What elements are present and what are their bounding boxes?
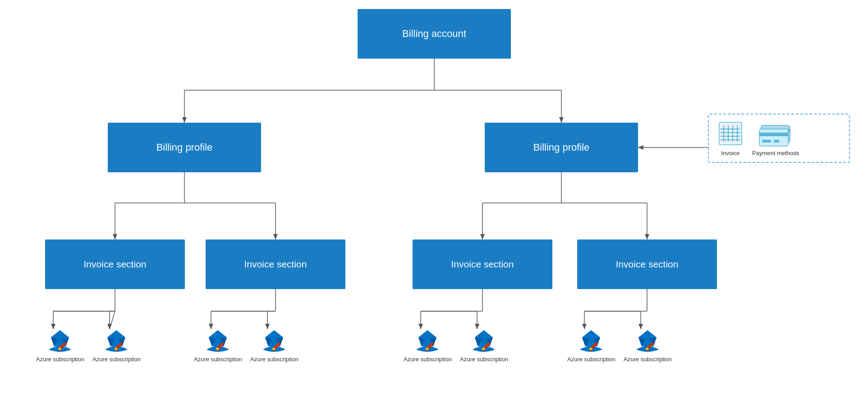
azure-icon-6 <box>468 329 500 354</box>
svg-marker-50 <box>582 324 587 329</box>
invoice-icon <box>717 120 744 147</box>
azure-icon-8 <box>632 329 663 354</box>
azure-sub-7-label: Azure subscription <box>567 356 615 363</box>
azure-sub-6: Azure subscription <box>460 329 508 363</box>
svg-marker-3 <box>182 117 187 123</box>
azure-sub-5: Azure subscription <box>404 329 452 363</box>
azure-sub-3: Azure subscription <box>194 329 242 363</box>
payment-methods-box: Invoice Payment methods <box>708 114 850 163</box>
azure-icon-3 <box>202 329 234 354</box>
billing-profile-right-label: Billing profile <box>533 142 590 153</box>
azure-sub-4-label: Azure subscription <box>250 356 299 363</box>
billing-profile-left-label: Billing profile <box>156 142 213 153</box>
svg-line-26 <box>110 311 115 329</box>
invoice-section-3-box: Invoice section <box>413 239 552 289</box>
azure-icon-7 <box>575 329 607 354</box>
invoice-payment-item: Invoice <box>717 120 744 156</box>
azure-icon-5 <box>412 329 443 354</box>
diagram-container: Billing account Billing profile Billing … <box>0 0 868 405</box>
azure-sub-2: Azure subscription <box>92 329 141 363</box>
payment-card-icon <box>758 124 794 147</box>
azure-sub-6-label: Azure subscription <box>460 356 508 363</box>
invoice-section-1-box: Invoice section <box>45 239 185 289</box>
svg-marker-10 <box>113 234 117 239</box>
svg-marker-53 <box>638 324 643 329</box>
azure-sub-8: Azure subscription <box>624 329 672 363</box>
payment-methods-item: Payment methods <box>752 124 799 156</box>
azure-sub-7: Azure subscription <box>567 329 615 363</box>
invoice-section-1-label: Invoice section <box>84 259 147 270</box>
azure-sub-5-label: Azure subscription <box>404 356 452 363</box>
azure-sub-1-label: Azure subscription <box>36 356 84 363</box>
azure-icon-1 <box>44 329 76 354</box>
svg-marker-30 <box>107 324 112 329</box>
billing-account-label: Billing account <box>402 28 466 40</box>
svg-marker-24 <box>51 324 55 329</box>
svg-marker-6 <box>559 117 564 123</box>
billing-profile-left-box: Billing profile <box>108 123 261 172</box>
svg-rect-80 <box>719 122 742 145</box>
svg-rect-94 <box>774 140 779 143</box>
svg-marker-13 <box>273 234 278 239</box>
invoice-section-3-label: Invoice section <box>451 259 514 270</box>
invoice-section-2-box: Invoice section <box>206 239 345 289</box>
svg-marker-39 <box>265 324 270 329</box>
azure-sub-8-label: Azure subscription <box>624 356 672 363</box>
svg-marker-34 <box>209 324 213 329</box>
payment-methods-label: Payment methods <box>752 150 799 156</box>
azure-sub-3-label: Azure subscription <box>194 356 242 363</box>
svg-rect-91 <box>759 129 788 146</box>
svg-rect-93 <box>762 140 771 143</box>
svg-marker-43 <box>418 324 423 329</box>
azure-sub-1: Azure subscription <box>36 329 84 363</box>
svg-marker-20 <box>645 234 649 239</box>
azure-icon-2 <box>101 329 132 354</box>
billing-profile-right-box: Billing profile <box>485 123 638 172</box>
invoice-section-4-box: Invoice section <box>577 239 717 289</box>
azure-sub-2-label: Azure subscription <box>92 356 141 363</box>
azure-icon-4 <box>258 329 290 354</box>
billing-account-box: Billing account <box>358 9 511 59</box>
invoice-section-4-label: Invoice section <box>616 259 679 270</box>
invoice-label: Invoice <box>721 150 739 156</box>
svg-rect-92 <box>759 133 788 136</box>
invoice-section-2-label: Invoice section <box>244 259 307 270</box>
svg-marker-17 <box>480 234 485 239</box>
svg-marker-46 <box>475 324 479 329</box>
azure-sub-4: Azure subscription <box>250 329 299 363</box>
svg-marker-55 <box>638 145 643 150</box>
